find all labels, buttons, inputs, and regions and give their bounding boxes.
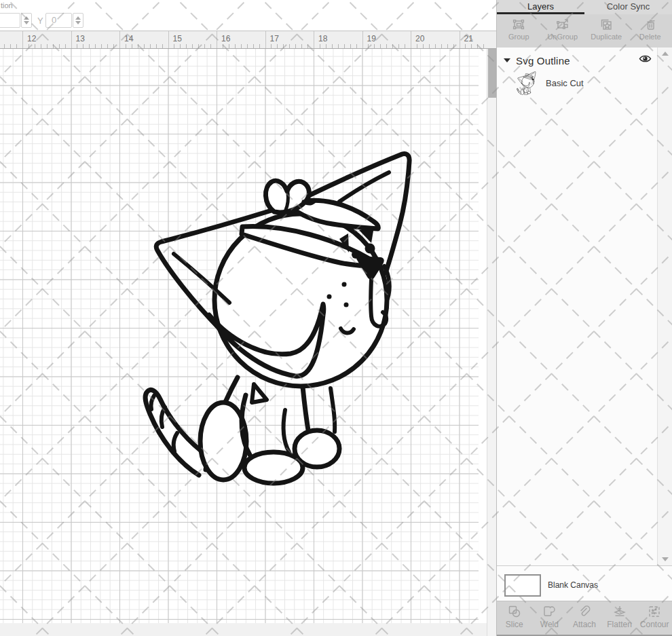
panel-tabs: Layers Color Sync: [497, 0, 672, 14]
flatten-button[interactable]: Flatten: [602, 601, 637, 635]
weld-button[interactable]: Weld: [532, 601, 567, 635]
slice-icon: [507, 604, 522, 619]
collapse-triangle-icon[interactable]: [504, 58, 510, 62]
attach-icon: [577, 604, 592, 619]
group-label: Group: [508, 33, 529, 41]
layer-label: Basic Cut: [546, 78, 584, 88]
scrollbar-thumb[interactable]: [488, 49, 496, 98]
delete-icon: [643, 18, 657, 31]
visibility-eye-icon[interactable]: [639, 54, 652, 64]
ungroup-icon: [556, 18, 570, 31]
duplicate-label: Duplicate: [591, 33, 622, 41]
layer-group-title: Svg Outline: [516, 55, 570, 67]
panel-scrollbar[interactable]: [657, 48, 672, 565]
svg-outline-cat-artwork[interactable]: [0, 0, 487, 636]
flatten-label: Flatten: [607, 620, 632, 629]
tab-color-sync[interactable]: Color Sync: [584, 0, 672, 14]
scroll-down-icon[interactable]: [662, 557, 669, 561]
duplicate-icon: [599, 18, 613, 31]
flatten-icon: [612, 604, 627, 619]
duplicate-button[interactable]: Duplicate: [584, 14, 629, 48]
contour-button[interactable]: Contour: [637, 601, 672, 635]
contour-label: Contour: [640, 620, 669, 629]
slice-label: Slice: [506, 620, 523, 629]
layer-item-basic-cut[interactable]: Basic Cut: [513, 69, 584, 96]
layers-toolbar: Group UnGroup: [497, 14, 672, 48]
delete-button[interactable]: Delete: [629, 14, 672, 48]
weld-label: Weld: [540, 620, 559, 629]
ungroup-button[interactable]: UnGroup: [541, 14, 585, 48]
layer-thumbnail-cat: [513, 71, 539, 95]
layers-list: Svg Outline Basic Cut: [497, 48, 672, 565]
group-button[interactable]: Group: [497, 14, 541, 48]
ungroup-label: UnGroup: [547, 33, 578, 41]
delete-label: Delete: [639, 33, 661, 41]
canvas-background-row: Blank Canvas: [497, 565, 672, 601]
cricut-design-space-app: tion 0 Y 0 12131415161718192021: [0, 0, 672, 636]
canvas-vertical-scrollbar[interactable]: [487, 49, 496, 636]
scroll-up-icon[interactable]: [662, 52, 669, 56]
layers-panel: Layers Color Sync Group: [496, 0, 672, 636]
tab-layers[interactable]: Layers: [497, 0, 584, 14]
layer-group-header[interactable]: Svg Outline: [504, 53, 570, 68]
slice-button[interactable]: Slice: [497, 601, 532, 635]
contour-icon: [647, 604, 662, 619]
attach-label: Attach: [573, 620, 596, 629]
weld-icon: [542, 604, 557, 619]
blank-canvas-label: Blank Canvas: [548, 580, 598, 590]
group-icon: [512, 18, 525, 31]
canvas-color-swatch[interactable]: [504, 574, 541, 597]
attach-button[interactable]: Attach: [567, 601, 602, 635]
path-operations-toolbar: Slice Weld Attach: [497, 601, 672, 636]
